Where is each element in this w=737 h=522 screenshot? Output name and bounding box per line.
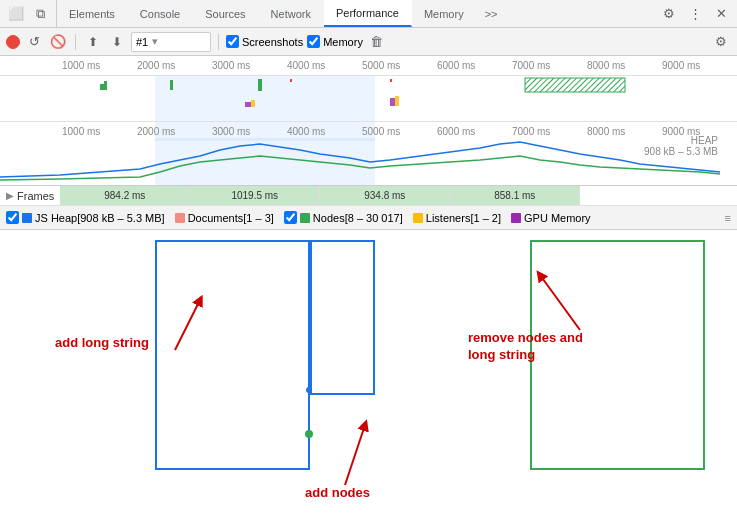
svg-rect-25 bbox=[525, 78, 625, 92]
legend-documents: Documents[1 – 3] bbox=[175, 212, 274, 224]
legend-gpu-memory: GPU Memory bbox=[511, 212, 591, 224]
main-content: add long string add nodes remove nodes a… bbox=[0, 230, 737, 518]
frames-row: ▶ Frames 984.2 ms 1019.5 ms 934.8 ms 858… bbox=[0, 186, 737, 206]
close-icon[interactable]: ✕ bbox=[711, 4, 731, 24]
legend-nodes: Nodes[8 – 30 017] bbox=[284, 211, 403, 224]
legend-gpu-color bbox=[511, 213, 521, 223]
more-options-icon[interactable]: ⋮ bbox=[685, 4, 705, 24]
legend-menu-button[interactable]: ≡ bbox=[725, 212, 731, 224]
svg-rect-18 bbox=[251, 100, 255, 107]
tab-console[interactable]: Console bbox=[128, 0, 193, 27]
svg-text:6000 ms: 6000 ms bbox=[437, 60, 475, 71]
svg-text:4000 ms: 4000 ms bbox=[287, 60, 325, 71]
memory-checkbox[interactable] bbox=[307, 35, 320, 48]
separator bbox=[75, 34, 76, 50]
svg-rect-22 bbox=[390, 79, 392, 82]
svg-text:6000 ms: 6000 ms bbox=[437, 126, 475, 137]
legend-documents-color bbox=[175, 213, 185, 223]
svg-rect-20 bbox=[395, 96, 399, 106]
screenshots-checkbox-label[interactable]: Screenshots bbox=[226, 35, 303, 48]
svg-text:3000 ms: 3000 ms bbox=[212, 60, 250, 71]
svg-text:5000 ms: 5000 ms bbox=[362, 60, 400, 71]
record-button[interactable] bbox=[6, 35, 20, 49]
frame-segment-3[interactable]: 934.8 ms bbox=[320, 186, 450, 205]
tab-elements[interactable]: Elements bbox=[57, 0, 128, 27]
legend-bar: JS Heap[908 kB – 5.3 MB] Documents[1 – 3… bbox=[0, 206, 737, 230]
svg-rect-13 bbox=[100, 84, 104, 90]
screenshots-checkbox[interactable] bbox=[226, 35, 239, 48]
upload-button[interactable]: ⬆ bbox=[83, 32, 103, 52]
memory-checkbox-label[interactable]: Memory bbox=[307, 35, 363, 48]
blue-rect-1 bbox=[155, 240, 310, 470]
svg-text:8000 ms: 8000 ms bbox=[587, 126, 625, 137]
clear-button[interactable]: 🚫 bbox=[48, 32, 68, 52]
devtools-undock-icon[interactable]: ⧉ bbox=[30, 4, 50, 24]
svg-text:8000 ms: 8000 ms bbox=[587, 60, 625, 71]
svg-text:1000 ms: 1000 ms bbox=[62, 126, 100, 137]
frame-segment-2[interactable]: 1019.5 ms bbox=[190, 186, 320, 205]
svg-rect-16 bbox=[258, 79, 262, 91]
svg-text:3000 ms: 3000 ms bbox=[212, 126, 250, 137]
tab-memory[interactable]: Memory bbox=[412, 0, 477, 27]
profile-selector[interactable]: #1 ▾ bbox=[131, 32, 211, 52]
delete-icon[interactable]: 🗑 bbox=[367, 32, 387, 52]
svg-text:4000 ms: 4000 ms bbox=[287, 126, 325, 137]
reload-button[interactable]: ↺ bbox=[24, 32, 44, 52]
svg-text:HEAP: HEAP bbox=[691, 135, 719, 146]
svg-rect-21 bbox=[290, 79, 292, 82]
svg-rect-15 bbox=[170, 80, 173, 90]
svg-text:5000 ms: 5000 ms bbox=[362, 126, 400, 137]
svg-text:9000 ms: 9000 ms bbox=[662, 60, 700, 71]
legend-nodes-checkbox[interactable] bbox=[284, 211, 297, 224]
svg-rect-14 bbox=[104, 81, 107, 90]
svg-text:908 kB – 5.3 MB: 908 kB – 5.3 MB bbox=[644, 146, 718, 157]
devtools-dock-icon[interactable]: ⬜ bbox=[6, 4, 26, 24]
tab-network[interactable]: Network bbox=[259, 0, 324, 27]
settings-icon[interactable]: ⚙ bbox=[659, 4, 679, 24]
svg-text:7000 ms: 7000 ms bbox=[512, 60, 550, 71]
frame-segment-4[interactable]: 858.1 ms bbox=[450, 186, 580, 205]
tab-sources[interactable]: Sources bbox=[193, 0, 258, 27]
download-button[interactable]: ⬇ bbox=[107, 32, 127, 52]
frames-label: ▶ Frames bbox=[0, 190, 60, 202]
svg-text:1000 ms: 1000 ms bbox=[62, 60, 100, 71]
blue-dot bbox=[306, 387, 312, 393]
annotation-add-nodes: add nodes bbox=[305, 485, 370, 502]
separator2 bbox=[218, 34, 219, 50]
capture-settings-icon[interactable]: ⚙ bbox=[711, 32, 731, 52]
svg-text:2000 ms: 2000 ms bbox=[137, 126, 175, 137]
svg-text:2000 ms: 2000 ms bbox=[137, 60, 175, 71]
legend-js-heap-color bbox=[22, 213, 32, 223]
legend-listeners: Listeners[1 – 2] bbox=[413, 212, 501, 224]
legend-nodes-color bbox=[300, 213, 310, 223]
green-dot bbox=[305, 430, 313, 438]
annotation-add-long-string: add long string bbox=[55, 335, 149, 352]
tab-performance[interactable]: Performance bbox=[324, 0, 412, 27]
legend-js-heap: JS Heap[908 kB – 5.3 MB] bbox=[6, 211, 165, 224]
blue-rect-2 bbox=[310, 240, 375, 395]
svg-rect-17 bbox=[245, 102, 251, 107]
svg-line-39 bbox=[345, 425, 365, 485]
svg-rect-19 bbox=[390, 98, 395, 106]
frame-segment-1[interactable]: 984.2 ms bbox=[60, 186, 190, 205]
legend-listeners-color bbox=[413, 213, 423, 223]
annotation-remove-nodes: remove nodes and long string bbox=[468, 330, 583, 364]
svg-text:7000 ms: 7000 ms bbox=[512, 126, 550, 137]
more-tabs-button[interactable]: >> bbox=[477, 0, 506, 27]
legend-js-heap-checkbox[interactable] bbox=[6, 211, 19, 224]
